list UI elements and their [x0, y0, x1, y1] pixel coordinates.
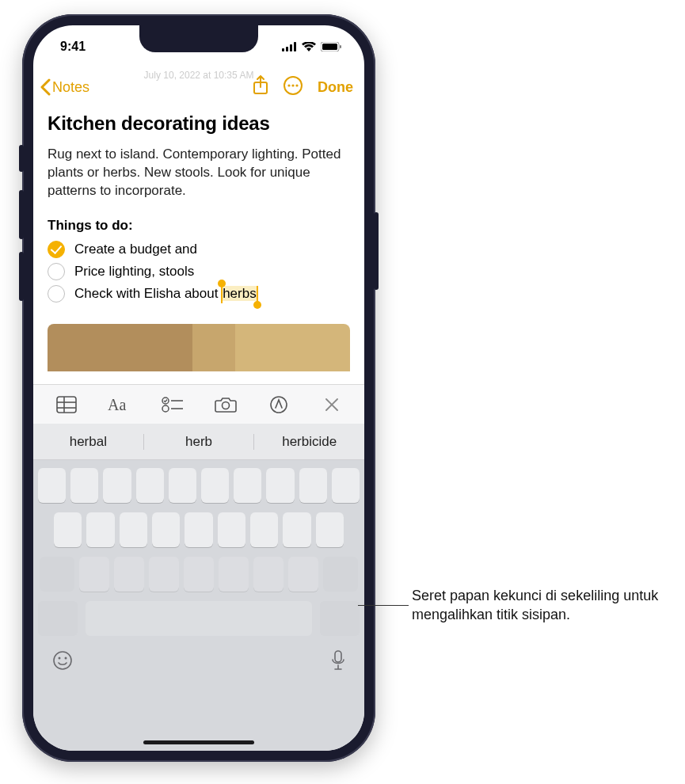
- blank-key: [149, 557, 179, 592]
- close-icon: [325, 398, 339, 412]
- checkbox-checked-icon[interactable]: [48, 241, 65, 258]
- back-button[interactable]: Notes: [40, 78, 89, 96]
- ellipsis-circle-icon: [283, 75, 303, 96]
- text-format-button[interactable]: Aa: [101, 396, 138, 413]
- suggestion-item[interactable]: herbal: [33, 434, 143, 450]
- markup-icon: [269, 395, 288, 414]
- done-button[interactable]: Done: [318, 79, 353, 96]
- note-title[interactable]: Kitchen decorating ideas: [48, 112, 350, 135]
- blank-key: [79, 557, 109, 592]
- blank-spacebar: [86, 601, 312, 636]
- notes-format-toolbar: Aa: [33, 384, 364, 424]
- svg-point-19: [162, 405, 169, 412]
- blank-key: [323, 557, 358, 592]
- share-button[interactable]: [253, 75, 268, 99]
- note-timestamp: July 10, 2022 at 10:35 AM: [144, 70, 254, 81]
- blank-key: [152, 512, 180, 547]
- side-button: [374, 212, 379, 290]
- checklist-button[interactable]: [154, 396, 191, 413]
- checklist-text[interactable]: Create a budget and: [74, 242, 197, 257]
- svg-rect-26: [335, 651, 341, 662]
- camera-button[interactable]: [207, 396, 244, 413]
- microphone-icon: [331, 650, 345, 671]
- svg-rect-2: [290, 44, 292, 51]
- blank-key: [70, 468, 98, 503]
- wifi-icon: [302, 42, 316, 51]
- table-icon: [56, 396, 77, 413]
- blank-key: [38, 468, 66, 503]
- blank-key: [103, 468, 131, 503]
- checkbox-icon[interactable]: [48, 263, 65, 280]
- blank-key: [283, 512, 310, 547]
- cellular-icon: [282, 42, 297, 51]
- blank-key: [201, 468, 229, 503]
- text-selection[interactable]: herbs: [222, 286, 257, 301]
- suggestion-item[interactable]: herbicide: [253, 434, 364, 450]
- blank-key: [169, 468, 196, 503]
- text-format-icon: Aa: [108, 396, 131, 413]
- nav-bar: Notes July 10, 2022 at 10:35 AM Done: [33, 68, 364, 106]
- svg-rect-12: [57, 397, 76, 413]
- svg-rect-3: [294, 42, 296, 51]
- blank-key: [120, 512, 147, 547]
- blank-key: [184, 557, 214, 592]
- close-toolbar-button[interactable]: [314, 398, 350, 412]
- emoji-button[interactable]: [52, 650, 73, 674]
- blank-key: [234, 468, 261, 503]
- blank-key: [320, 601, 360, 636]
- note-subhead[interactable]: Things to do:: [48, 218, 350, 234]
- quicktype-suggestions: herbal herb herbicide: [33, 424, 364, 460]
- keyboard-trackpad-mode[interactable]: [33, 460, 364, 751]
- checklist-icon: [162, 396, 184, 413]
- emoji-icon: [52, 650, 73, 671]
- back-label: Notes: [52, 79, 89, 96]
- checklist-item[interactable]: Create a budget and: [48, 238, 350, 261]
- battery-icon: [321, 42, 342, 51]
- svg-point-21: [222, 402, 229, 409]
- svg-rect-6: [340, 45, 341, 48]
- note-image-attachment[interactable]: [48, 324, 350, 371]
- svg-point-23: [54, 652, 71, 669]
- volume-up-button: [19, 190, 24, 239]
- selection-handle-end[interactable]: [253, 301, 261, 309]
- blank-key: [250, 512, 278, 547]
- notch: [139, 25, 258, 52]
- home-indicator[interactable]: [143, 740, 254, 744]
- checklist-text[interactable]: Price lighting, stools: [74, 264, 194, 280]
- svg-point-11: [295, 84, 298, 86]
- blank-key: [218, 512, 245, 547]
- svg-text:Aa: Aa: [108, 396, 126, 413]
- screen: 9:41 Notes July 10, 2022 at 10:35 AM D: [33, 25, 364, 751]
- checklist-text[interactable]: Check with Elisha about herbs: [74, 286, 257, 302]
- blank-key: [266, 468, 294, 503]
- status-time: 9:41: [60, 40, 86, 54]
- more-button[interactable]: [283, 75, 303, 99]
- checklist-item[interactable]: Price lighting, stools: [48, 261, 350, 283]
- svg-point-10: [291, 84, 294, 86]
- svg-point-9: [287, 84, 290, 86]
- blank-key: [114, 557, 144, 592]
- blank-key: [219, 557, 249, 592]
- volume-down-button: [19, 252, 24, 301]
- note-body[interactable]: Rug next to island. Contemporary lightin…: [48, 146, 350, 200]
- callout-leader-line: [358, 605, 409, 606]
- svg-point-24: [59, 657, 61, 660]
- dictation-button[interactable]: [331, 650, 345, 674]
- silent-switch: [19, 145, 24, 172]
- blank-key: [288, 557, 318, 592]
- table-button[interactable]: [48, 396, 85, 413]
- blank-key: [54, 512, 82, 547]
- suggestion-item[interactable]: herb: [143, 434, 254, 450]
- note-content[interactable]: Kitchen decorating ideas Rug next to isl…: [33, 106, 364, 384]
- callout-text: Seret papan kekunci di sekeliling untuk …: [412, 586, 673, 625]
- status-icons: [282, 42, 342, 51]
- svg-rect-1: [286, 47, 288, 51]
- blank-key: [185, 512, 212, 547]
- checkbox-icon[interactable]: [48, 285, 65, 303]
- blank-key: [86, 512, 114, 547]
- svg-rect-5: [322, 44, 337, 50]
- chevron-left-icon: [40, 78, 51, 96]
- markup-button[interactable]: [261, 395, 297, 414]
- svg-point-25: [65, 657, 67, 660]
- checklist-item[interactable]: Check with Elisha about herbs: [48, 283, 350, 305]
